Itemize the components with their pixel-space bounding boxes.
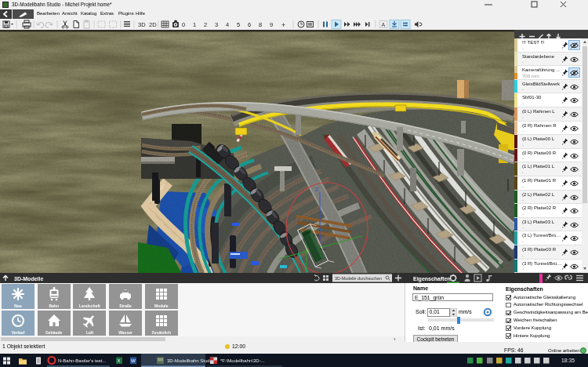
svg-text:X: X: [118, 358, 121, 363]
svg-text:W: W: [131, 358, 136, 363]
svg-text:Z: Z: [315, 187, 319, 192]
svg-text:8: 8: [259, 21, 262, 28]
svg-text:N-Bahn-Bastler's test...: N-Bahn-Bastler's test...: [58, 358, 107, 363]
svg-text:9: 9: [270, 21, 273, 28]
svg-text:3D: 3D: [138, 21, 146, 28]
svg-text:3D-Modellbahn Studi...: 3D-Modellbahn Studi...: [167, 358, 215, 363]
svg-text:3: 3: [215, 21, 218, 28]
svg-text:0: 0: [182, 21, 185, 28]
svg-text:3D-Modelle: 3D-Modelle: [14, 276, 43, 282]
svg-text:A: A: [382, 22, 386, 27]
svg-text:4: 4: [226, 21, 229, 28]
svg-text:6: 6: [248, 21, 251, 28]
svg-text:3D-Modelle durchsuchen: 3D-Modelle durchsuchen: [335, 276, 382, 281]
svg-text:2D: 2D: [149, 21, 157, 28]
svg-text:5: 5: [237, 21, 240, 28]
svg-text:*F:\Modellbahn\3D-...: *F:\Modellbahn\3D-...: [220, 358, 265, 363]
svg-text:2: 2: [204, 21, 207, 28]
svg-text:1: 1: [193, 21, 196, 28]
svg-text:+: +: [281, 21, 285, 29]
svg-text:18:35: 18:35: [561, 358, 575, 363]
svg-text:Eigenschaften: Eigenschaften: [413, 276, 451, 282]
